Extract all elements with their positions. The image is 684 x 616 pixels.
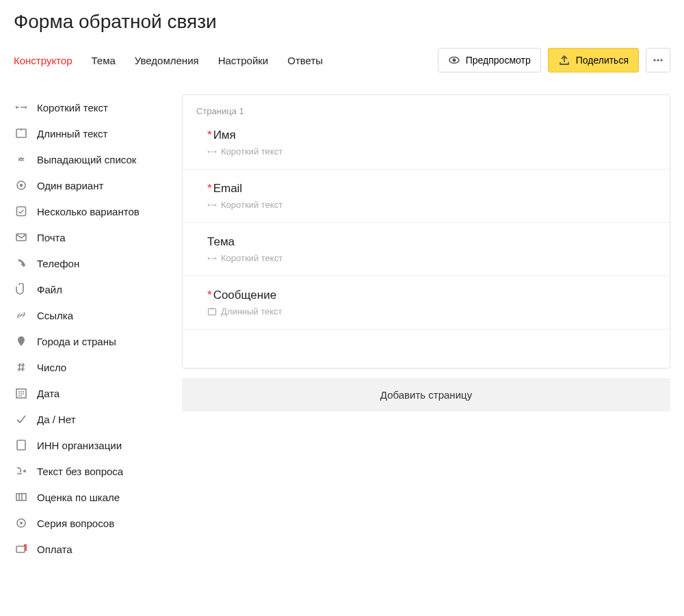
short-text-icon — [15, 101, 27, 113]
page-label: Страница 1 — [183, 95, 670, 116]
field-type: Короткий текст — [207, 146, 652, 157]
tab-settings[interactable]: Настройки — [218, 55, 269, 66]
sidebar-item-dropdown[interactable]: Выпадающий список — [14, 146, 166, 172]
card-empty-space — [183, 330, 670, 368]
form-canvas: Страница 1 *Имя Короткий текст *Email Ко… — [182, 94, 670, 412]
sidebar-item-label: Телефон — [37, 258, 79, 269]
field-title: Тема — [207, 235, 652, 249]
sidebar-item-label: Длинный текст — [37, 128, 107, 139]
field-title: *Имя — [207, 129, 652, 142]
text-noq-icon — [15, 465, 27, 477]
more-button[interactable] — [646, 48, 670, 72]
required-marker: * — [207, 182, 212, 195]
sidebar-item-date[interactable]: Дата — [14, 380, 166, 406]
tab-bar: Конструктор Тема Уведомления Настройки О… — [14, 48, 670, 72]
date-icon — [15, 387, 27, 399]
radio-icon — [15, 179, 27, 191]
sidebar-item-label: ИНН организации — [37, 440, 122, 451]
sidebar-item-label: Дата — [37, 388, 60, 399]
org-icon — [15, 439, 27, 451]
payment-icon — [15, 543, 27, 555]
sidebar-item-link[interactable]: Ссылка — [14, 302, 166, 328]
tab-theme[interactable]: Тема — [92, 55, 116, 66]
preview-button[interactable]: Предпросмотр — [438, 48, 541, 72]
sidebar-item-mail[interactable]: Почта — [14, 224, 166, 250]
sidebar-item-label: Файл — [37, 284, 62, 295]
sidebar-item-label: Оценка по шкале — [37, 492, 120, 503]
link-icon — [15, 309, 27, 321]
sidebar-item-text-noq[interactable]: Текст без вопроса — [14, 458, 166, 484]
toolbar-actions: Предпросмотр Поделиться — [438, 48, 670, 72]
sidebar-item-label: Да / Нет — [37, 414, 76, 425]
share-label: Поделиться — [576, 55, 629, 66]
share-button[interactable]: Поделиться — [548, 48, 639, 72]
sidebar-item-label: Текст без вопроса — [37, 466, 123, 477]
field-name[interactable]: *Имя Короткий текст — [183, 116, 670, 170]
sidebar-item-location[interactable]: Города и страны — [14, 328, 166, 354]
sidebar-item-yesno[interactable]: Да / Нет — [14, 406, 166, 432]
long-text-icon — [15, 127, 27, 139]
sidebar-item-file[interactable]: Файл — [14, 276, 166, 302]
mail-icon — [15, 231, 27, 243]
sidebar-item-long-text[interactable]: Длинный текст — [14, 120, 166, 146]
sidebar-item-number[interactable]: Число — [14, 354, 166, 380]
long-text-icon — [207, 307, 217, 317]
field-title: *Email — [207, 182, 652, 196]
sidebar-item-scale[interactable]: Оценка по шкале — [14, 484, 166, 510]
required-marker: * — [207, 289, 212, 302]
scale-icon — [15, 491, 27, 503]
page-title: Форма обратной связи — [14, 11, 670, 33]
sidebar-item-series[interactable]: Серия вопросов — [14, 510, 166, 536]
sidebar-item-label: Несколько вариантов — [37, 206, 140, 217]
field-title: *Сообщение — [207, 289, 652, 302]
tab-notifications[interactable]: Уведомления — [135, 55, 199, 66]
sidebar-item-phone[interactable]: Телефон — [14, 250, 166, 276]
short-text-icon — [207, 200, 217, 210]
eye-icon — [448, 54, 460, 66]
field-message[interactable]: *Сообщение Длинный текст — [183, 276, 670, 330]
sidebar-item-label: Почта — [37, 232, 66, 243]
sidebar-item-label: Один вариант — [37, 180, 103, 191]
field-type: Короткий текст — [207, 200, 652, 210]
phone-icon — [15, 257, 27, 269]
yesno-icon — [15, 413, 27, 425]
sidebar-item-label: Ссылка — [37, 310, 73, 321]
sidebar-item-label: Серия вопросов — [37, 518, 114, 529]
sidebar-item-label: Оплата — [37, 544, 73, 555]
sidebar-item-label: Короткий текст — [37, 102, 108, 113]
short-text-icon — [207, 147, 217, 157]
page-card: Страница 1 *Имя Короткий текст *Email Ко… — [182, 94, 670, 369]
add-page-button[interactable]: Добавить страницу — [182, 378, 670, 412]
series-icon — [15, 517, 27, 529]
sidebar-item-label: Города и страны — [37, 336, 116, 347]
location-icon — [15, 335, 27, 347]
file-icon — [15, 283, 27, 295]
short-text-icon — [207, 254, 217, 263]
more-dots-icon — [652, 54, 664, 66]
preview-label: Предпросмотр — [466, 55, 531, 66]
field-type-sidebar: Короткий текст Длинный текст Выпадающий … — [14, 94, 166, 562]
sidebar-item-radio[interactable]: Один вариант — [14, 172, 166, 198]
tab-constructor[interactable]: Конструктор — [14, 55, 73, 66]
field-type: Короткий текст — [207, 253, 652, 263]
sidebar-item-short-text[interactable]: Короткий текст — [14, 94, 166, 120]
field-subject[interactable]: Тема Короткий текст — [183, 223, 670, 276]
tabs: Конструктор Тема Уведомления Настройки О… — [14, 55, 323, 66]
share-icon — [558, 54, 570, 66]
sidebar-item-checkbox[interactable]: Несколько вариантов — [14, 198, 166, 224]
checkbox-icon — [15, 205, 27, 217]
field-email[interactable]: *Email Короткий текст — [183, 170, 670, 223]
required-marker: * — [207, 129, 212, 142]
number-icon — [15, 361, 27, 373]
sidebar-item-payment[interactable]: Оплата — [14, 536, 166, 562]
sidebar-item-label: Число — [37, 362, 66, 373]
field-type: Длинный текст — [207, 306, 652, 317]
tab-answers[interactable]: Ответы — [287, 55, 323, 66]
dropdown-icon — [15, 153, 27, 165]
sidebar-item-label: Выпадающий список — [37, 154, 136, 165]
sidebar-item-org[interactable]: ИНН организации — [14, 432, 166, 458]
